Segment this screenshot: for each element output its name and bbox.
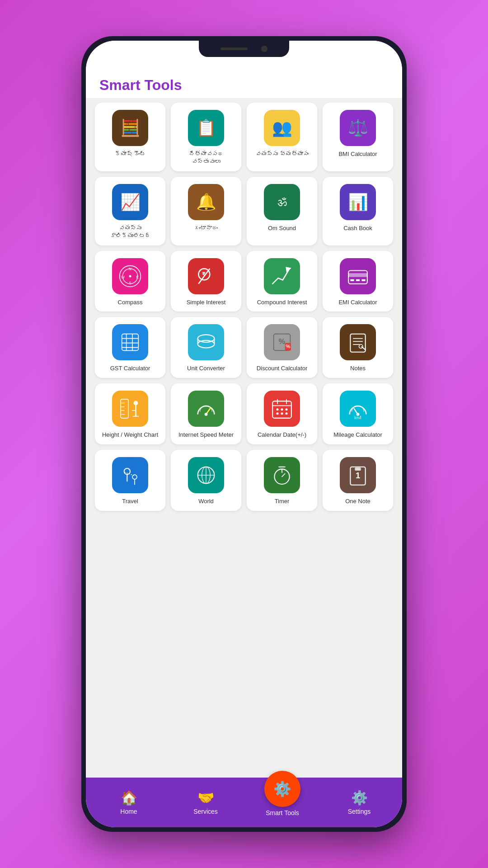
- svg-rect-16: [361, 279, 365, 281]
- app-title: Smart Tools: [99, 77, 389, 94]
- gst-calculator-label: GST Calculator: [110, 365, 150, 373]
- age-difference-label: వయస్సు వ్యత్యాసం: [255, 151, 309, 158]
- height-weight-chart-icon: [112, 391, 148, 427]
- age-calculator-label: వయస్సు కాలిక్యులేటర్: [99, 225, 162, 240]
- grid-item-travel[interactable]: Travel: [95, 450, 165, 511]
- one-note-label: One Note: [345, 498, 371, 505]
- internet-speed-meter-icon: [188, 391, 224, 427]
- internet-speed-meter-label: Internet Speed Meter: [178, 431, 234, 439]
- mileage-calculator-icon: km/l: [340, 391, 376, 427]
- grid-item-discount-calculator[interactable]: %%Discount Calculator: [247, 317, 317, 378]
- gst-calculator-icon: [112, 324, 148, 360]
- svg-rect-73: [355, 468, 361, 471]
- svg-rect-14: [350, 279, 354, 281]
- svg-text:1: 1: [356, 471, 360, 480]
- services-icon: 🤝: [197, 790, 214, 806]
- emi-calculator-label: EMI Calculator: [338, 299, 377, 307]
- svg-point-36: [359, 344, 363, 348]
- smart-tools-center-button[interactable]: ⚙️: [264, 771, 300, 807]
- travel-label: Travel: [122, 498, 138, 505]
- daily-items-icon: 📋: [188, 110, 224, 146]
- unit-converter-icon: [188, 324, 224, 360]
- svg-rect-37: [121, 400, 128, 419]
- svg-rect-17: [122, 334, 139, 351]
- discount-calculator-icon: %%: [264, 324, 300, 360]
- grid-item-one-note[interactable]: 1One Note: [323, 450, 393, 511]
- om-sound-label: Om Sound: [268, 225, 296, 232]
- bmi-calculator-label: BMI Calculator: [338, 151, 377, 158]
- compass-icon: NSWE: [112, 258, 148, 294]
- world-icon: [188, 457, 224, 493]
- cash-book-label: Cash Book: [343, 225, 372, 232]
- svg-point-8: [129, 275, 131, 277]
- grid-item-timer[interactable]: Timer: [247, 450, 317, 511]
- svg-rect-31: [350, 334, 365, 352]
- svg-rect-15: [356, 279, 360, 281]
- simple-interest-label: Simple Interest: [187, 299, 226, 307]
- home-icon: 🏠: [121, 790, 137, 806]
- grid-item-cash-book[interactable]: 📊Cash Book: [323, 177, 393, 245]
- grid-item-internet-speed-meter[interactable]: Internet Speed Meter: [171, 383, 241, 444]
- svg-text:W: W: [121, 274, 125, 279]
- nav-services[interactable]: 🤝 Services: [167, 790, 244, 815]
- svg-point-42: [134, 401, 138, 406]
- grid-item-compass[interactable]: NSWECompass: [95, 251, 165, 312]
- grid-item-age-difference[interactable]: 👥వయస్సు వ్యత్యాసం: [247, 103, 317, 171]
- bmi-calculator-icon: ⚖️: [340, 110, 376, 146]
- grid-item-gst-calculator[interactable]: GST Calculator: [95, 317, 165, 378]
- om-sound-icon: ॐ: [264, 184, 300, 220]
- nav-smart-tools[interactable]: ⚙️ Smart Tools: [244, 784, 321, 816]
- svg-rect-12: [348, 270, 367, 283]
- timer-icon: [264, 457, 300, 493]
- bottom-navigation: 🏠 Home 🤝 Services ⚙️ Smart Tools ⚙️ Sett…: [86, 778, 402, 827]
- svg-point-55: [277, 413, 279, 415]
- calendar-date-icon: [264, 391, 300, 427]
- svg-point-56: [281, 413, 283, 415]
- grid-item-emi-calculator[interactable]: EMI Calculator: [323, 251, 393, 312]
- age-difference-icon: 👥: [264, 110, 300, 146]
- svg-point-53: [281, 409, 283, 411]
- grid-item-compound-interest[interactable]: Compound Interest: [247, 251, 317, 312]
- grid-item-om-sound[interactable]: ॐOm Sound: [247, 177, 317, 245]
- svg-marker-11: [286, 267, 291, 273]
- grid-item-calendar-date[interactable]: Calendar Date(+/-): [247, 383, 317, 444]
- svg-text:E: E: [136, 274, 139, 279]
- nav-smart-tools-label: Smart Tools: [266, 809, 299, 816]
- bell-sound-icon: 🔔: [188, 184, 224, 220]
- grid-item-unit-converter[interactable]: Unit Converter: [171, 317, 241, 378]
- unit-converter-label: Unit Converter: [187, 365, 225, 373]
- svg-line-69: [282, 474, 285, 477]
- grid-item-height-weight-chart[interactable]: Height / Weight Chart: [95, 383, 165, 444]
- svg-point-57: [286, 413, 288, 415]
- grid-item-mileage-calculator[interactable]: km/lMileage Calculator: [323, 383, 393, 444]
- one-note-icon: 1: [340, 457, 376, 493]
- svg-point-54: [286, 409, 288, 411]
- grid-item-bell-sound[interactable]: 🔔గంటానాదం: [171, 177, 241, 245]
- compound-interest-label: Compound Interest: [257, 299, 307, 307]
- grid-item-simple-interest[interactable]: ₹Simple Interest: [171, 251, 241, 312]
- grid-item-bmi-calculator[interactable]: ⚖️BMI Calculator: [323, 103, 393, 171]
- svg-point-61: [124, 468, 130, 474]
- svg-text:N: N: [129, 267, 131, 271]
- bell-sound-label: గంటానాదం: [194, 225, 218, 232]
- daily-items-label: నిత్యావసర వస్తువులు: [174, 151, 238, 166]
- cash-count-icon: 🧮: [112, 110, 148, 146]
- grid-item-notes[interactable]: Notes: [323, 317, 393, 378]
- cash-count-label: క్యాష్ కౌంట్: [115, 151, 146, 158]
- svg-text:%: %: [279, 338, 286, 346]
- grid-item-age-calculator[interactable]: 📈వయస్సు కాలిక్యులేటర్: [95, 177, 165, 245]
- nav-home[interactable]: 🏠 Home: [90, 790, 167, 815]
- nav-settings[interactable]: ⚙️ Settings: [321, 790, 398, 815]
- svg-text:%: %: [286, 343, 291, 349]
- world-label: World: [198, 498, 214, 505]
- travel-icon: [112, 457, 148, 493]
- nav-home-label: Home: [120, 808, 137, 815]
- grid-item-world[interactable]: World: [171, 450, 241, 511]
- age-calculator-icon: 📈: [112, 184, 148, 220]
- simple-interest-icon: ₹: [188, 258, 224, 294]
- notes-label: Notes: [350, 365, 366, 373]
- grid-item-cash-count[interactable]: 🧮క్యాష్ కౌంట్: [95, 103, 165, 171]
- grid-item-daily-items[interactable]: 📋నిత్యావసర వస్తువులు: [171, 103, 241, 171]
- timer-label: Timer: [275, 498, 290, 505]
- nav-settings-label: Settings: [348, 808, 371, 815]
